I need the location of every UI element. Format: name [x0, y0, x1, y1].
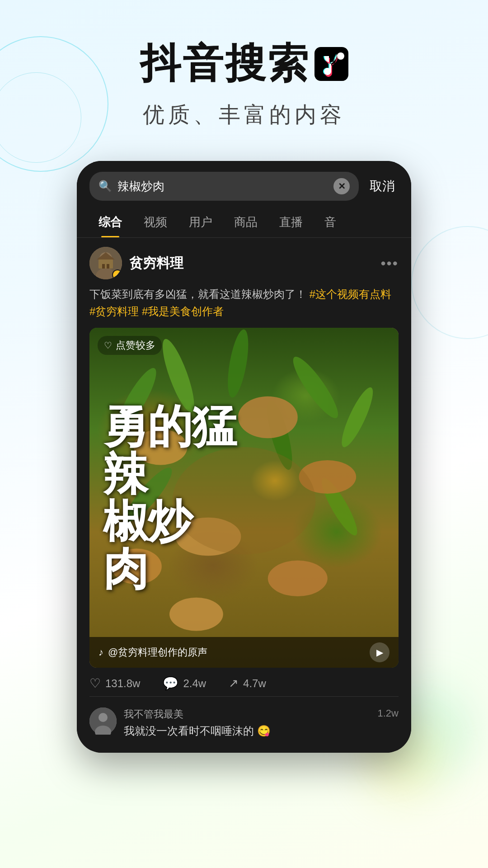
commenter-name: 我不管我最美 — [124, 708, 371, 721]
svg-point-1 — [337, 52, 344, 60]
avatar: ✓ — [89, 247, 122, 279]
cancel-button[interactable]: 取消 — [366, 178, 399, 195]
svg-rect-8 — [107, 264, 109, 269]
tab-音[interactable]: 音 — [314, 209, 347, 237]
svg-point-26 — [99, 713, 108, 722]
post-header: ✓ 贫穷料理 ••• — [89, 247, 399, 279]
clear-icon: ✕ — [338, 181, 346, 192]
search-input-wrap[interactable]: 🔍 辣椒炒肉 ✕ — [89, 172, 359, 201]
search-bar-area: 🔍 辣椒炒肉 ✕ 取消 — [77, 161, 411, 205]
verified-badge: ✓ — [112, 269, 122, 279]
comment-content: 我不管我最美 我就没一次看时不咽唾沫的 😋 — [124, 708, 371, 739]
play-icon: ▶ — [376, 647, 383, 658]
main-title-container: 抖音搜索 — [0, 36, 488, 91]
page-header: 抖音搜索 优质、丰富的内容 — [0, 0, 488, 147]
search-query: 辣椒炒肉 — [117, 179, 328, 194]
heart-icon: ♡ — [104, 340, 112, 351]
svg-rect-5 — [99, 259, 113, 269]
comment-likes[interactable]: 1.2w — [378, 708, 399, 719]
audio-info: ♪ @贫穷料理创作的原声 — [99, 646, 207, 659]
post-text: 下饭菜到底有多凶猛，就看这道辣椒炒肉了！ #这个视频有点料 #贫穷料理 #我是美… — [89, 286, 399, 321]
heart-icon: ♡ — [89, 676, 101, 691]
comments-number: 2.4w — [183, 677, 206, 690]
shares-number: 4.7w — [243, 677, 266, 690]
tab-视频[interactable]: 视频 — [133, 209, 178, 237]
subtitle: 优质、丰富的内容 — [0, 100, 488, 129]
video-title-text: 勇的猛辣椒炒肉 — [103, 403, 236, 593]
comment-text: 我就没一次看时不咽唾沫的 😋 — [124, 723, 371, 739]
tab-综合[interactable]: 综合 — [88, 209, 133, 237]
tiktok-music-icon: ♪ — [99, 646, 103, 658]
more-options-button[interactable]: ••• — [380, 255, 399, 272]
comment-avatar — [89, 708, 117, 735]
likes-badge-text: 点赞较多 — [116, 339, 155, 352]
clear-button[interactable]: ✕ — [333, 178, 350, 194]
video-text-overlay: 勇的猛辣椒炒肉 — [89, 328, 399, 668]
phone-mockup-container: 🔍 辣椒炒肉 ✕ 取消 综合 视频 用户 商品 — [0, 161, 488, 753]
svg-rect-7 — [102, 264, 105, 269]
tab-直播[interactable]: 直播 — [268, 209, 314, 237]
engagement-row: ♡ 131.8w 💬 2.4w ↗ 4.7w — [89, 668, 399, 697]
user-info[interactable]: ✓ 贫穷料理 — [89, 247, 183, 279]
username: 贫穷料理 — [129, 254, 183, 273]
video-thumbnail[interactable]: 勇的猛辣椒炒肉 ♡ 点赞较多 ♪ @贫穷料理创作的原声 — [89, 328, 399, 668]
hashtag-1[interactable]: #这个视频有点料 — [310, 288, 391, 300]
search-tabs: 综合 视频 用户 商品 直播 音 — [77, 205, 411, 238]
tab-用户[interactable]: 用户 — [178, 209, 223, 237]
audio-bar[interactable]: ♪ @贫穷料理创作的原声 ▶ — [89, 637, 399, 668]
video-image: 勇的猛辣椒炒肉 ♡ 点赞较多 ♪ @贫穷料理创作的原声 — [89, 328, 399, 668]
audio-text: @贫穷料理创作的原声 — [108, 646, 207, 659]
shares-count[interactable]: ↗ 4.7w — [229, 676, 266, 690]
search-bar: 🔍 辣椒炒肉 ✕ 取消 — [89, 172, 399, 201]
likes-number: 131.8w — [105, 677, 140, 690]
comments-count[interactable]: 💬 2.4w — [163, 676, 206, 691]
hashtag-2[interactable]: #贫穷料理 — [89, 305, 139, 317]
search-icon: 🔍 — [99, 180, 112, 193]
likes-badge: ♡ 点赞较多 — [98, 336, 162, 355]
likes-count[interactable]: ♡ 131.8w — [89, 676, 140, 691]
comments-section: 我不管我最美 我就没一次看时不咽唾沫的 😋 1.2w — [89, 697, 399, 744]
play-button[interactable]: ▶ — [370, 642, 389, 662]
comment-item: 我不管我最美 我就没一次看时不咽唾沫的 😋 1.2w — [89, 703, 399, 744]
comment-icon: 💬 — [163, 676, 178, 691]
tab-商品[interactable]: 商品 — [223, 209, 268, 237]
tiktok-logo-icon — [314, 47, 348, 81]
search-results-content: ✓ 贫穷料理 ••• 下饭菜到底有多凶猛，就看这道辣椒炒肉了！ #这个视频有点料… — [77, 238, 411, 753]
hashtag-3[interactable]: #我是美食创作者 — [142, 305, 224, 317]
main-title-text: 抖音搜索 — [140, 36, 310, 91]
phone-mockup: 🔍 辣椒炒肉 ✕ 取消 综合 视频 用户 商品 — [77, 161, 411, 753]
svg-rect-0 — [314, 47, 348, 81]
share-icon: ↗ — [229, 676, 239, 690]
